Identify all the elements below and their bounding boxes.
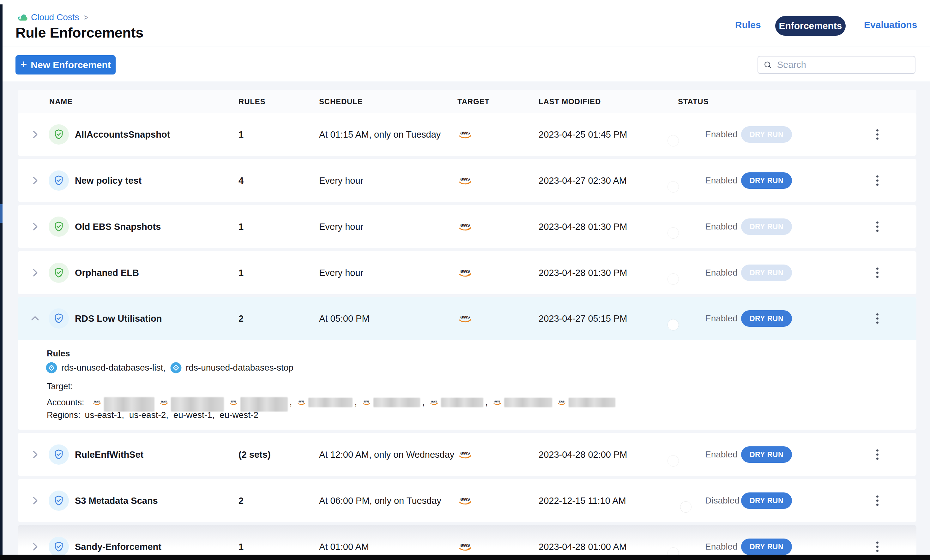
expand-chevron-icon[interactable] [30, 129, 40, 140]
table-row: Old EBS Snapshots 1 Every hour 2023-04-2… [18, 205, 916, 248]
kebab-menu-icon[interactable] [875, 447, 881, 462]
rule-item[interactable]: rds-unused-databases-list, [46, 362, 166, 374]
rules-count: 4 [239, 175, 243, 186]
enforcement-name[interactable]: RuleEnfWithSet [75, 449, 143, 460]
enforcement-name[interactable]: Sandy-Enforcement [75, 542, 162, 552]
schedule-text: At 12:00 AM, only on Wednesday [319, 449, 454, 460]
enforcement-name[interactable]: RDS Low Utilisation [75, 313, 162, 324]
enforcement-name[interactable]: S3 Metadata Scans [75, 495, 158, 506]
kebab-menu-icon[interactable] [875, 173, 881, 187]
kebab-menu-icon[interactable] [875, 127, 881, 141]
app-viewport: $ Cloud Costs > Rule Enforcements Rules … [0, 0, 930, 560]
collapse-chevron-icon[interactable] [30, 313, 40, 324]
svg-text:$: $ [19, 15, 22, 20]
regions-label: Regions: [47, 410, 80, 420]
dry-run-badge: DRY RUN [741, 218, 792, 235]
left-nav-edge [0, 5, 3, 555]
enforcement-name[interactable]: New policy test [75, 175, 142, 186]
expand-chevron-icon[interactable] [30, 267, 40, 278]
enforcement-shield-icon [49, 262, 69, 283]
rules-count: 1 [239, 221, 243, 232]
table-row: S3 Metadata Scans 2 At 06:00 PM, only on… [18, 479, 916, 522]
dry-run-badge: DRY RUN [741, 172, 792, 189]
kebab-menu-icon[interactable] [875, 493, 881, 508]
enforcement-shield-icon [49, 445, 69, 465]
schedule-text: At 06:00 PM, only on Tuesday [319, 495, 441, 506]
kebab-menu-icon[interactable] [875, 265, 881, 280]
status-label: Disabled [705, 496, 739, 506]
new-enforcement-button[interactable]: + New Enforcement [15, 55, 115, 75]
kebab-menu-icon[interactable] [875, 311, 881, 325]
dry-run-badge: DRY RUN [741, 126, 792, 143]
rule-item[interactable]: rds-unused-databases-stop [170, 362, 294, 374]
table-row: AllAccountsSnapshot 1 At 01:15 AM, only … [18, 113, 916, 156]
search-input[interactable]: Search [758, 56, 916, 74]
status-label: Enabled [705, 542, 738, 552]
table-header: NAME RULES SCHEDULE TARGET LAST MODIFIED… [18, 90, 916, 113]
aws-logo [457, 222, 473, 232]
expand-chevron-icon[interactable] [30, 542, 40, 552]
table-row: Orphaned ELB 1 Every hour 2023-04-28 01:… [18, 251, 916, 294]
expand-chevron-icon[interactable] [30, 495, 40, 506]
rules-count: (2 sets) [239, 449, 271, 460]
enforcement-shield-icon [49, 537, 69, 557]
dry-run-badge: DRY RUN [741, 264, 792, 281]
kebab-menu-icon[interactable] [875, 219, 881, 233]
header-divider [0, 46, 930, 46]
kebab-menu-icon[interactable] [875, 540, 881, 554]
search-icon [763, 60, 773, 70]
schedule-text: At 05:00 PM [319, 313, 370, 324]
regions-row: Regions: us-east-1, us-east-2, eu-west-1… [47, 410, 259, 420]
dry-run-badge: DRY RUN [741, 539, 792, 555]
tab-rules[interactable]: Rules [735, 20, 761, 30]
enforcement-name[interactable]: Orphaned ELB [75, 267, 139, 278]
tab-enforcements[interactable]: Enforcements [775, 16, 846, 36]
status-label: Enabled [705, 222, 738, 232]
tab-evaluations[interactable]: Evaluations [864, 20, 917, 30]
column-header-status: STATUS [678, 97, 708, 106]
plus-icon: + [20, 59, 27, 70]
rules-count: 1 [239, 129, 243, 140]
accounts-row: Accounts: , , , , [47, 396, 615, 410]
enforcement-shield-icon [49, 170, 69, 191]
redacted-account [557, 398, 615, 407]
schedule-text: Every hour [319, 267, 363, 278]
enforcement-shield-icon [49, 308, 69, 328]
expand-chevron-icon[interactable] [30, 221, 40, 232]
search-placeholder: Search [777, 60, 806, 70]
page-title: Rule Enforcements [15, 25, 143, 41]
rules-count: 2 [239, 495, 243, 506]
breadcrumb-link[interactable]: Cloud Costs [31, 12, 79, 22]
column-header-target: TARGET [457, 97, 490, 106]
redacted-account [92, 395, 154, 410]
expand-chevron-icon[interactable] [30, 175, 40, 186]
column-header-schedule: SCHEDULE [319, 97, 363, 106]
last-modified: 2023-04-27 02:30 AM [539, 175, 627, 186]
schedule-text: Every hour [319, 221, 363, 232]
table-row: RuleEnfWithSet (2 sets) At 12:00 AM, onl… [18, 433, 916, 476]
expand-chevron-icon[interactable] [30, 449, 40, 460]
status-label: Enabled [705, 129, 738, 140]
enforcement-shield-icon [49, 216, 69, 237]
status-label: Enabled [705, 268, 738, 278]
breadcrumb-chevron-icon: > [84, 12, 88, 22]
schedule-text: At 01:00 AM [319, 542, 369, 552]
aws-logo [457, 314, 473, 323]
enforcement-shield-icon [49, 491, 69, 511]
rule-icon [170, 362, 182, 374]
schedule-text: At 01:15 AM, only on Tuesday [319, 129, 441, 140]
expanded-details: Rules rds-unused-databases-list, rds-unu… [18, 340, 916, 430]
status-label: Enabled [705, 450, 738, 460]
bottom-window-edge [0, 555, 930, 560]
enforcement-name[interactable]: Old EBS Snapshots [75, 221, 161, 232]
table-row-expanded: RDS Low Utilisation 2 At 05:00 PM 2023-0… [18, 297, 916, 430]
status-label: Enabled [705, 313, 738, 324]
left-nav-scroll-indicator [0, 204, 3, 223]
enforcement-name[interactable]: AllAccountsSnapshot [75, 129, 170, 140]
last-modified: 2023-04-28 01:30 PM [539, 221, 627, 232]
aws-logo [457, 130, 473, 139]
details-rules-label: Rules [47, 349, 70, 359]
column-header-name: NAME [49, 97, 72, 106]
dry-run-badge: DRY RUN [741, 446, 792, 463]
last-modified: 2023-04-28 02:00 PM [539, 449, 627, 460]
